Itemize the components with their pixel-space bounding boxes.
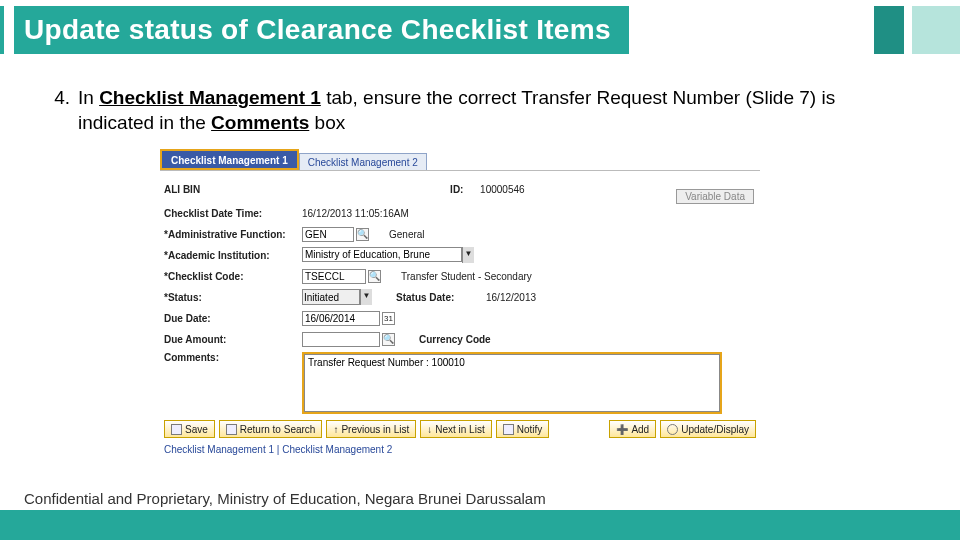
add-button[interactable]: ➕Add — [609, 420, 656, 438]
title-accent-light — [912, 6, 960, 54]
label-due-date: Due Date: — [164, 313, 302, 324]
previous-in-list-button[interactable]: ↑Previous in List — [326, 420, 416, 438]
return-to-search-button[interactable]: Return to Search — [219, 420, 323, 438]
comments-highlight — [302, 352, 722, 414]
chevron-down-icon[interactable]: ▼ — [462, 247, 474, 263]
tab-checklist-management-2[interactable]: Checklist Management 2 — [299, 153, 427, 170]
label-status: Status: — [164, 292, 302, 303]
chevron-down-icon[interactable]: ▼ — [360, 289, 372, 305]
step-body: In Checklist Management 1 tab, ensure th… — [78, 86, 916, 135]
instruction-step: 4. In Checklist Management 1 tab, ensure… — [44, 86, 916, 135]
select-status[interactable] — [302, 289, 360, 305]
student-id-value: 10000546 — [480, 184, 525, 195]
label-comments: Comments: — [164, 350, 302, 363]
arrow-up-icon: ↑ — [333, 424, 338, 435]
row-comments: Comments: — [164, 350, 756, 414]
variable-data-button[interactable]: Variable Data — [676, 189, 754, 204]
add-label: Add — [631, 424, 649, 435]
tabs-row: Checklist Management 1 Checklist Managem… — [160, 149, 760, 171]
value-status-date: 16/12/2013 — [486, 292, 536, 303]
step-text-prefix: In — [78, 87, 99, 108]
row-admin-fn: Administrative Function: 🔍 General — [164, 224, 756, 244]
save-icon — [171, 424, 182, 435]
input-admin-fn[interactable] — [302, 227, 354, 242]
notify-label: Notify — [517, 424, 543, 435]
tab-checklist-management-1[interactable]: Checklist Management 1 — [162, 151, 297, 168]
row-due-amount: Due Amount: 🔍 Currency Code — [164, 329, 756, 349]
input-due-amount[interactable] — [302, 332, 380, 347]
value-datetime: 16/12/2013 11:05:16AM — [302, 208, 409, 219]
row-acad-inst: Academic Institution: ▼ — [164, 245, 756, 265]
select-acad-inst[interactable] — [302, 247, 462, 262]
step-tab-name: Checklist Management 1 — [99, 87, 321, 108]
footer-bar — [0, 510, 960, 540]
update-label: Update/Display — [681, 424, 749, 435]
notify-icon — [503, 424, 514, 435]
step-comments-name: Comments — [211, 112, 309, 133]
chk-code-desc: Transfer Student - Secondary — [401, 271, 532, 282]
student-row: ALI BIN ID: 10000546 — [164, 179, 756, 199]
label-chk-code: Checklist Code: — [164, 271, 302, 282]
row-due-date: Due Date: 31 — [164, 308, 756, 328]
lookup-icon[interactable]: 🔍 — [368, 270, 381, 283]
label-status-date: Status Date: — [396, 292, 486, 303]
form-area: ALI BIN ID: 10000546 Checklist Date Time… — [160, 171, 760, 457]
lookup-icon[interactable]: 🔍 — [356, 228, 369, 241]
next-label: Next in List — [435, 424, 484, 435]
label-admin-fn: Administrative Function: — [164, 229, 302, 240]
row-chk-code: Checklist Code: 🔍 Transfer Student - Sec… — [164, 266, 756, 286]
input-chk-code[interactable] — [302, 269, 366, 284]
label-datetime: Checklist Date Time: — [164, 208, 302, 219]
link-checklist-management-1[interactable]: Checklist Management 1 — [164, 444, 274, 455]
link-checklist-management-2[interactable]: Checklist Management 2 — [282, 444, 392, 455]
plus-icon: ➕ — [616, 424, 628, 435]
save-label: Save — [185, 424, 208, 435]
lookup-icon[interactable]: 🔍 — [382, 333, 395, 346]
arrow-down-icon: ↓ — [427, 424, 432, 435]
update-display-button[interactable]: Update/Display — [660, 420, 756, 438]
button-row: Save Return to Search ↑Previous in List … — [164, 420, 756, 438]
next-in-list-button[interactable]: ↓Next in List — [420, 420, 491, 438]
input-due-date[interactable] — [302, 311, 380, 326]
page-title: Update status of Clearance Checklist Ite… — [14, 6, 629, 54]
notify-button[interactable]: Notify — [496, 420, 550, 438]
bottom-tab-links: Checklist Management 1 | Checklist Manag… — [164, 444, 756, 455]
row-status: Status: ▼ Status Date: 16/12/2013 — [164, 287, 756, 307]
calendar-icon[interactable]: 31 — [382, 312, 395, 325]
footer-text: Confidential and Proprietary, Ministry o… — [24, 490, 546, 507]
student-id-label: ID: — [450, 184, 480, 195]
prev-label: Previous in List — [341, 424, 409, 435]
refresh-icon — [667, 424, 678, 435]
app-screenshot: Checklist Management 1 Checklist Managem… — [160, 149, 760, 457]
textarea-comments[interactable] — [304, 354, 720, 412]
return-label: Return to Search — [240, 424, 316, 435]
label-due-amount: Due Amount: — [164, 334, 302, 345]
title-accent-left — [0, 6, 4, 54]
search-icon — [226, 424, 237, 435]
step-number: 4. — [44, 86, 78, 135]
row-datetime: Checklist Date Time: 16/12/2013 11:05:16… — [164, 203, 756, 223]
label-currency: Currency Code — [419, 334, 509, 345]
title-accent-dark — [874, 6, 904, 54]
admin-fn-desc: General — [389, 229, 425, 240]
title-bar: Update status of Clearance Checklist Ite… — [0, 6, 960, 54]
step-text-suffix: box — [309, 112, 345, 133]
save-button[interactable]: Save — [164, 420, 215, 438]
label-acad-inst: Academic Institution: — [164, 250, 302, 261]
tab1-highlight: Checklist Management 1 — [160, 149, 299, 170]
student-name: ALI BIN — [164, 184, 200, 195]
